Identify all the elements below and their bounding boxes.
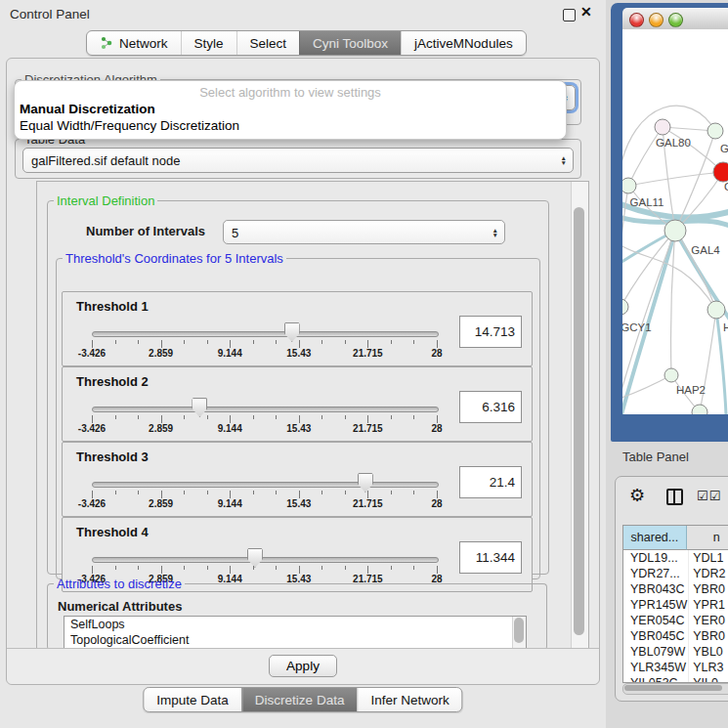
column-view-icon[interactable] (666, 489, 683, 505)
table-row[interactable]: YLR345WYLR3 (623, 660, 728, 675)
tick-label: 21.715 (353, 498, 383, 509)
apply-button[interactable]: Apply (269, 655, 337, 677)
minimize-traffic-light[interactable] (649, 13, 664, 27)
table-row[interactable]: YDL19...YDL1 (623, 550, 728, 566)
scrollbar-thumb[interactable] (514, 618, 524, 643)
combo-arrows-icon: ▲▼ (492, 228, 498, 237)
zoom-traffic-light[interactable] (668, 13, 683, 27)
close-icon[interactable]: ✕ (580, 4, 592, 20)
tab-network[interactable]: Network (87, 31, 181, 55)
node-label-gal80: GAL80 (656, 137, 691, 149)
tab-jactivemnodules[interactable]: jActiveMNodules (401, 31, 526, 55)
threshold-value-field[interactable]: 6.316 (459, 391, 522, 423)
network-node-hap2[interactable] (664, 368, 678, 382)
tick-mark (92, 566, 93, 574)
tick-label: 28 (431, 498, 442, 509)
right-side: GAL80GCGAL11GAL4GCY1HHAP2 Table Panel ⚙ … (606, 0, 728, 728)
tab-discretize-data[interactable]: Discretize Data (241, 688, 358, 711)
tab-select[interactable]: Select (236, 31, 300, 55)
panel-vertical-scrollbar[interactable] (571, 182, 588, 649)
tab-label: Impute Data (156, 693, 229, 707)
slider-thumb[interactable] (192, 398, 207, 417)
list-item[interactable]: TopologicalCoefficient (64, 632, 526, 648)
table-row[interactable]: YDR27...YDR2 (623, 566, 728, 581)
column-header-name[interactable]: n (687, 526, 728, 550)
network-node-h[interactable] (707, 301, 725, 319)
slider-thumb[interactable] (358, 473, 373, 492)
network-node-gal4[interactable] (664, 220, 686, 241)
scrollbar-thumb[interactable] (574, 207, 584, 635)
screenshot-root: Control Panel ✕ NetworkStyleSelectCyni T… (0, 0, 728, 728)
network-canvas[interactable]: GAL80GCGAL11GAL4GCY1HHAP2 (622, 29, 728, 414)
tick-label: -3.426 (78, 423, 106, 434)
table-row[interactable]: YBL079WYBL0 (623, 644, 728, 660)
group-title: Attributes to discretize (54, 577, 185, 591)
tick-mark (391, 415, 392, 419)
tick-label: 15.43 (286, 348, 311, 359)
cell-shared-name: YBL079W (623, 644, 689, 660)
interval-definition-group: Interval Definition Number of Intervals … (47, 193, 549, 575)
settings-scroll-panel: Interval Definition Number of Intervals … (36, 181, 589, 650)
table-panel-title: Table Panel (622, 450, 689, 464)
tick-mark (299, 491, 300, 498)
slider-track[interactable] (92, 482, 439, 488)
node-attribute-table: shared...nYDL19...YDL1YDR27...YDR2YBR043… (622, 525, 728, 683)
tick-mark (253, 491, 254, 494)
dropdown-item-manual-discretization[interactable]: Manual Discretization (20, 102, 155, 116)
scrollbar-thumb[interactable] (624, 685, 722, 691)
tab-cyni-toolbox[interactable]: Cyni Toolbox (299, 31, 401, 55)
threshold-value-field[interactable]: 21.4 (459, 466, 522, 498)
tick-label: 28 (431, 348, 442, 359)
network-node-g[interactable] (707, 123, 723, 139)
tick-mark (92, 491, 93, 498)
combo-value: galFiltered.sif default node (31, 153, 180, 168)
tab-label: Infer Network (370, 693, 449, 707)
table-data-combobox[interactable]: galFiltered.sif default node ▲▼ (22, 148, 574, 173)
tab-style[interactable]: Style (181, 31, 236, 55)
float-window-icon[interactable] (563, 9, 576, 21)
network-node-c[interactable] (713, 162, 728, 182)
list-item[interactable]: SelfLoops (64, 617, 526, 632)
tick-mark (184, 415, 185, 419)
cell-shared-name: YLR345W (623, 660, 689, 675)
numerical-attributes-label: Numerical Attributes (58, 599, 182, 614)
close-traffic-light[interactable] (629, 13, 644, 27)
tick-mark (391, 566, 392, 570)
network-node-gcy1[interactable] (622, 299, 628, 315)
dropdown-item-equal-width-frequency[interactable]: Equal Width/Frequency Discretization (20, 118, 239, 133)
threshold-label: Threshold 4 (76, 525, 149, 539)
table-row[interactable]: YPR145WYPR1 (623, 597, 728, 613)
table-row[interactable]: YBR045CYBR0 (623, 628, 728, 644)
threshold-value-field[interactable]: 11.344 (459, 541, 522, 574)
table-row[interactable]: YBR043CYBR0 (623, 581, 728, 597)
table-row[interactable]: YIL053CYIL0 (623, 675, 728, 683)
tick-label: 2.859 (149, 348, 173, 359)
slider-thumb[interactable] (247, 548, 263, 568)
network-window-titlebar[interactable] (622, 8, 728, 30)
network-node-gal80[interactable] (655, 119, 670, 135)
column-header-shared-name[interactable]: shared... (623, 526, 687, 550)
apply-bar: Apply (7, 648, 599, 684)
cell-name: YLR3 (689, 660, 728, 675)
slider-track[interactable] (92, 331, 439, 337)
tick-mark (138, 340, 139, 344)
slider-thumb[interactable] (284, 322, 300, 342)
number-of-intervals-combobox[interactable]: 5 ▲▼ (223, 220, 505, 244)
threshold-label: Threshold 1 (76, 299, 149, 314)
control-panel-tabs: NetworkStyleSelectCyni ToolboxjActiveMNo… (86, 30, 527, 56)
tab-impute-data[interactable]: Impute Data (144, 688, 241, 711)
tick-mark (161, 491, 162, 498)
table-row[interactable]: YER054CYER0 (623, 613, 728, 628)
network-view-window: GAL80GCGAL11GAL4GCY1HHAP2 (611, 3, 728, 442)
tick-mark (161, 566, 162, 574)
tick-mark (184, 491, 185, 494)
slider-track[interactable] (92, 557, 439, 563)
tab-infer-network[interactable]: Infer Network (357, 688, 461, 711)
table-horizontal-scrollbar[interactable] (622, 683, 728, 695)
gear-icon[interactable]: ⚙ (629, 485, 645, 506)
select-columns-icon[interactable]: ☑☑ (697, 489, 721, 503)
tick-mark (299, 566, 300, 574)
slider-track[interactable] (92, 407, 439, 412)
threshold-value-field[interactable]: 14.713 (459, 316, 522, 348)
network-node-gal11[interactable] (622, 178, 636, 193)
